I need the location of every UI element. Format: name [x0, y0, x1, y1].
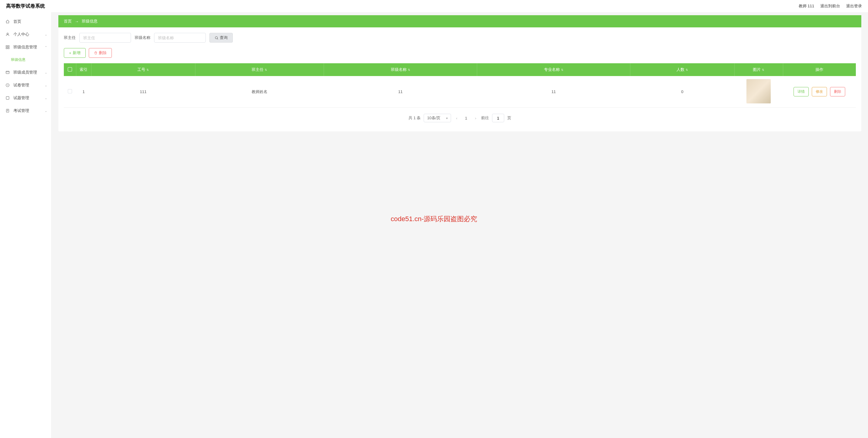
- grid-icon: [5, 45, 10, 49]
- select-all-checkbox[interactable]: [68, 67, 72, 71]
- svg-rect-1: [6, 46, 7, 47]
- chevron-down-icon: ⌄: [45, 109, 47, 113]
- th-ops: 操作: [783, 63, 856, 76]
- pagination-total: 共 1 条: [408, 115, 421, 121]
- table-row: 1 111 教师姓名 11 11 0 详情 修改 删除: [64, 76, 856, 108]
- sort-icon: ⇅: [408, 68, 410, 71]
- th-class-name[interactable]: 班级名称⇅: [324, 63, 477, 76]
- action-row: + 新增 删除: [64, 48, 856, 58]
- goto-page-input[interactable]: [492, 114, 504, 122]
- goto-prefix: 前往: [481, 115, 489, 121]
- sidebar-item-label: 班级信息: [11, 57, 26, 62]
- svg-rect-4: [8, 48, 9, 49]
- delete-button-label: 删除: [99, 50, 107, 56]
- sidebar-item-label: 首页: [13, 19, 21, 24]
- user-link[interactable]: 教师 111: [799, 3, 814, 9]
- add-button-label: 新增: [73, 50, 81, 56]
- chevron-down-icon: ⌄: [45, 33, 47, 36]
- sidebar-item-exam[interactable]: 考试管理 ⌄: [0, 104, 51, 117]
- th-index[interactable]: 索引: [76, 63, 91, 76]
- query-button-label: 查询: [220, 35, 228, 40]
- filter-teacher-input[interactable]: [79, 33, 131, 42]
- header-right: 教师 111 退出到前台 退出登录: [799, 3, 862, 9]
- sidebar-item-home[interactable]: 首页: [0, 15, 51, 28]
- home-icon: [5, 20, 10, 24]
- sidebar-item-question[interactable]: 试题管理 ⌄: [0, 92, 51, 104]
- breadcrumb: 首页 → 班级信息: [58, 15, 861, 27]
- cell-teacher: 教师姓名: [195, 76, 324, 108]
- cell-index: 1: [76, 76, 91, 108]
- paper-icon: [5, 83, 10, 87]
- sort-icon: ⇅: [265, 68, 267, 71]
- sidebar-item-label: 班级信息管理: [13, 45, 37, 50]
- cell-class-name: 11: [324, 76, 477, 108]
- sidebar: 首页 个人中心 ⌄ 班级信息管理 ⌃ 班级信息 班级成员管理 ⌄ 试卷管理 ⌄ …: [0, 12, 52, 132]
- search-icon: [215, 36, 219, 40]
- th-image[interactable]: 图片⇅: [734, 63, 783, 76]
- sidebar-item-label: 试卷管理: [13, 82, 29, 88]
- filter-teacher-label: 班主任: [64, 35, 76, 40]
- app-title: 高等数学试卷系统: [6, 3, 45, 9]
- prev-page-button[interactable]: ‹: [454, 116, 459, 120]
- page-number[interactable]: 1: [462, 114, 470, 122]
- sidebar-item-class-members[interactable]: 班级成员管理 ⌄: [0, 66, 51, 79]
- th-count[interactable]: 人数⇅: [630, 63, 734, 76]
- question-icon: [5, 96, 10, 100]
- sidebar-item-label: 试题管理: [13, 95, 29, 101]
- row-checkbox[interactable]: [68, 89, 72, 93]
- delete-button[interactable]: 删除: [89, 48, 112, 58]
- filter-class-input[interactable]: [154, 33, 206, 42]
- chevron-up-icon: ⌃: [45, 46, 47, 49]
- sidebar-item-label: 个人中心: [13, 32, 29, 37]
- query-button[interactable]: 查询: [209, 33, 233, 42]
- cell-work-id: 111: [91, 76, 195, 108]
- chevron-down-icon: ▾: [446, 116, 448, 120]
- cell-major: 11: [477, 76, 630, 108]
- sort-icon: ⇅: [762, 68, 764, 71]
- svg-rect-7: [6, 96, 9, 99]
- sidebar-item-class-info[interactable]: 班级信息管理 ⌃: [0, 41, 51, 54]
- cell-ops: 详情 修改 删除: [783, 76, 856, 108]
- sidebar-item-paper[interactable]: 试卷管理 ⌄: [0, 79, 51, 92]
- th-work-id[interactable]: 工号⇅: [91, 63, 195, 76]
- user-icon: [5, 32, 10, 36]
- row-thumbnail[interactable]: [746, 79, 771, 104]
- sort-icon: ⇅: [561, 68, 563, 71]
- chevron-down-icon: ⌄: [45, 84, 47, 87]
- back-front-link[interactable]: 退出到前台: [820, 3, 840, 9]
- breadcrumb-sep: →: [75, 19, 79, 24]
- th-checkbox: [64, 63, 76, 76]
- cell-count: 0: [630, 76, 734, 108]
- svg-rect-3: [6, 48, 7, 49]
- svg-point-9: [215, 36, 218, 39]
- row-detail-button[interactable]: 详情: [794, 87, 809, 96]
- breadcrumb-current: 班级信息: [82, 19, 98, 24]
- th-major[interactable]: 专业名称⇅: [477, 63, 630, 76]
- row-edit-button[interactable]: 修改: [812, 87, 827, 96]
- panel: 班主任 班级名称 查询 + 新增 删除: [58, 27, 861, 132]
- page-size-select[interactable]: 10条/页 ▾: [424, 114, 451, 122]
- members-icon: [5, 70, 10, 75]
- th-teacher[interactable]: 班主任⇅: [195, 63, 324, 76]
- data-table: 索引 工号⇅ 班主任⇅ 班级名称⇅ 专业名称⇅ 人数⇅ 图片⇅ 操作 1 111…: [64, 63, 856, 108]
- svg-rect-5: [6, 71, 9, 74]
- sidebar-item-label: 考试管理: [13, 108, 29, 113]
- chevron-down-icon: ⌄: [45, 96, 47, 100]
- sidebar-item-personal[interactable]: 个人中心 ⌄: [0, 28, 51, 41]
- cell-image: [734, 76, 783, 108]
- row-delete-button[interactable]: 删除: [830, 87, 845, 96]
- goto-suffix: 页: [507, 115, 511, 121]
- add-button[interactable]: + 新增: [64, 48, 86, 58]
- svg-rect-2: [8, 46, 9, 47]
- logout-link[interactable]: 退出登录: [846, 3, 862, 9]
- sidebar-item-class-info-detail[interactable]: 班级信息: [0, 54, 51, 66]
- pagination: 共 1 条 10条/页 ▾ ‹ 1 › 前往 页: [64, 114, 856, 122]
- plus-icon: +: [69, 51, 71, 55]
- breadcrumb-root[interactable]: 首页: [64, 19, 72, 24]
- next-page-button[interactable]: ›: [473, 116, 478, 120]
- sort-icon: ⇅: [147, 68, 149, 71]
- svg-point-0: [7, 33, 8, 34]
- trash-icon: [94, 51, 98, 55]
- filter-row: 班主任 班级名称 查询: [64, 33, 856, 42]
- sort-icon: ⇅: [686, 68, 688, 71]
